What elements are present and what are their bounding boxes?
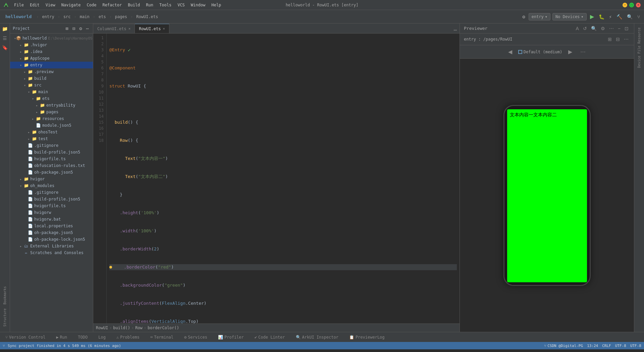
- previewer-settings-btn[interactable]: ⚙: [599, 25, 606, 32]
- bottom-tab-terminal[interactable]: ⌨ Terminal: [148, 334, 176, 341]
- tab-columnui-close[interactable]: ×: [128, 26, 131, 31]
- structure-icon[interactable]: ☰: [1, 34, 9, 42]
- status-branch[interactable]: ⑂ CSDN @Digital-PG: [544, 344, 583, 348]
- breadcrumb-rowui[interactable]: RowUI: [96, 326, 108, 330]
- tree-item-build-entry[interactable]: ▸ 📁 build: [10, 75, 93, 82]
- menu-item-build[interactable]: Build: [125, 2, 143, 8]
- previewer-more-btn[interactable]: ⋯: [608, 25, 615, 32]
- status-charset[interactable]: UTF-8: [615, 344, 626, 348]
- close-button[interactable]: ×: [636, 3, 641, 7]
- tree-item-entryability[interactable]: ▸ 📁 entryability: [10, 102, 93, 109]
- breadcrumb-build[interactable]: build(): [113, 326, 130, 330]
- breadcrumb-bordercolor[interactable]: borderColor(): [148, 326, 179, 330]
- tree-item-oh-package[interactable]: ▸ 📄 oh-package.json5: [10, 169, 93, 176]
- tree-item-build-profile2[interactable]: ▸ 📄 build-profile.json5: [10, 196, 93, 202]
- tree-item-build-profile[interactable]: ▸ 📄 build-profile.json5: [10, 149, 93, 156]
- code-content[interactable]: @Entry ✓ @Component struct RowUI { build…: [107, 34, 460, 324]
- toolbar-breadcrumb-src[interactable]: src: [62, 14, 72, 19]
- run-button[interactable]: ▶: [589, 13, 595, 20]
- menu-item-window[interactable]: Window: [188, 2, 208, 8]
- sidebar-settings-icon[interactable]: ⚙: [78, 24, 83, 33]
- menu-item-refactor[interactable]: Refactor: [100, 2, 124, 8]
- previewer-forward-btn[interactable]: ▶: [566, 47, 574, 56]
- menu-item-run[interactable]: Run: [143, 2, 156, 8]
- tree-item-entry[interactable]: ▾ 📁 entry: [10, 62, 93, 68]
- tree-item-gitignore2[interactable]: ▸ 📄 .gitignore: [10, 189, 93, 196]
- bottom-tab-services[interactable]: ⚙ Services: [181, 334, 210, 341]
- previewer-expand-btn[interactable]: ⊡: [623, 25, 630, 32]
- bottom-tab-previewer-log[interactable]: 📋 PreviewerLog: [346, 334, 387, 341]
- toolbar-breadcrumb-entry[interactable]: entry: [41, 14, 56, 19]
- bookmarks-icon[interactable]: 🔖: [1, 44, 9, 52]
- previewer-back-btn[interactable]: ◀: [506, 47, 514, 56]
- bottom-tab-code-linter[interactable]: ✔ Code Linter: [252, 334, 288, 341]
- menu-item-code[interactable]: Code: [84, 2, 99, 8]
- tree-item-external-libraries[interactable]: ▸ 🗂 External Libraries: [10, 243, 93, 249]
- minimize-button[interactable]: −: [623, 3, 627, 7]
- tree-item-ohostest[interactable]: ▸ 📁 ohosTest: [10, 129, 93, 135]
- tree-item-hvigorfile2[interactable]: ▸ 📄 hvigorfile.ts: [10, 202, 93, 209]
- debug-icon[interactable]: 🐛: [597, 13, 606, 21]
- tree-item-oh-package2[interactable]: ▸ 📄 oh-package.json5: [10, 229, 93, 236]
- tree-item-hvigor-root[interactable]: ▸ 📁 hvigor: [10, 176, 93, 182]
- bottom-tab-run[interactable]: ▶ Run: [53, 334, 70, 341]
- previewer-minimize-btn[interactable]: −: [616, 25, 622, 32]
- menu-item-file[interactable]: File: [11, 2, 26, 8]
- tree-item-main[interactable]: ▾ 📁 main: [10, 89, 93, 95]
- tree-item-local-properties[interactable]: ▸ 📄 local.properties: [10, 223, 93, 229]
- previewer-inspector-btn[interactable]: 🔍: [590, 25, 598, 32]
- menu-item-edit[interactable]: Edit: [27, 2, 42, 8]
- tree-item-pages[interactable]: ▸ 📁 pages: [10, 109, 93, 115]
- previewer-columns-icon[interactable]: ⊟: [614, 36, 621, 43]
- tree-item-hvigorfile[interactable]: ▸ 📄 hvigorfile.ts: [10, 156, 93, 162]
- toolbar-breadcrumb-main[interactable]: main: [78, 14, 91, 19]
- tree-item-ets[interactable]: ▾ 📁 ets: [10, 95, 93, 102]
- bottom-tab-todo[interactable]: TODO: [75, 334, 90, 341]
- menu-item-vcs[interactable]: VCS: [175, 2, 187, 8]
- sidebar-collapse-icon[interactable]: ⊟: [71, 24, 76, 33]
- tab-rowui[interactable]: RowUI.ets ×: [135, 24, 169, 33]
- menu-item-navigate[interactable]: Navigate: [59, 2, 84, 8]
- device-config-dropdown[interactable]: No Devices ▾: [552, 13, 586, 20]
- maximize-button[interactable]: □: [629, 3, 634, 7]
- tree-item-resources[interactable]: ▸ 📁 resources: [10, 115, 93, 122]
- toolbar-breadcrumb-pages[interactable]: pages: [114, 14, 128, 19]
- tree-item-scratches[interactable]: ▸ ✏ Scratches and Consoles: [10, 249, 93, 256]
- tree-item-oh-package-lock[interactable]: ▸ 📄 oh-package-lock.json5: [10, 236, 93, 243]
- toolbar-breadcrumb-ets[interactable]: ets: [97, 14, 107, 19]
- search-icon[interactable]: 🔍: [626, 13, 634, 21]
- tree-item-src[interactable]: ▾ 📁 src: [10, 82, 93, 89]
- tree-item-preview[interactable]: ▸ 📁 .preview: [10, 68, 93, 75]
- menu-item-view[interactable]: View: [43, 2, 58, 8]
- previewer-options-btn[interactable]: ⋯: [578, 47, 588, 56]
- tree-item-oh-modules[interactable]: ▾ 📁 oh_modules: [10, 182, 93, 189]
- tree-item-test[interactable]: ▸ 📁 test: [10, 135, 93, 142]
- build-icon[interactable]: 🔨: [615, 13, 624, 21]
- previewer-grid-icon[interactable]: ⊞: [606, 36, 613, 43]
- sidebar-gear-icon[interactable]: ⋯: [85, 24, 90, 33]
- tab-menu-button[interactable]: ⋯: [451, 27, 460, 33]
- profile-icon[interactable]: ⚡: [608, 13, 613, 21]
- menu-item-tools[interactable]: Tools: [157, 2, 174, 8]
- tree-item-obfuscation[interactable]: ▸ 📄 obfuscation-rules.txt: [10, 162, 93, 169]
- tree-item-hvigor[interactable]: ▸ 📁 .hvigor: [10, 42, 93, 48]
- tab-columnui[interactable]: ColumnUI.ets ×: [93, 24, 135, 33]
- tree-item-gitignore[interactable]: ▸ 📄 .gitignore: [10, 142, 93, 149]
- tree-item-hvigorw[interactable]: ▸ 📄 hvigorw: [10, 209, 93, 216]
- toolbar-project-name[interactable]: helloworld: [3, 14, 34, 19]
- settings-icon[interactable]: ⚙: [521, 13, 526, 21]
- bottom-tab-profiler[interactable]: 📊 Profiler: [215, 334, 247, 341]
- previewer-extra-icon[interactable]: ⋯: [623, 36, 630, 43]
- tab-rowui-close[interactable]: ×: [163, 26, 165, 31]
- tree-item-module-json5[interactable]: ▸ 📄 module.json5: [10, 122, 93, 129]
- previewer-font-size-btn[interactable]: A: [574, 25, 580, 32]
- toolbar-breadcrumb-file[interactable]: RowUI.ets: [135, 14, 159, 19]
- bottom-tab-log[interactable]: Log: [96, 334, 108, 341]
- status-crlf[interactable]: CRLF: [602, 344, 611, 348]
- bottom-tab-problems[interactable]: ⚠ Problems: [114, 334, 142, 341]
- tree-item-helloworld[interactable]: ▾ 📦 helloworld E:\Develop\HarmonyOS\v4.0…: [10, 35, 93, 42]
- bottom-tab-arkui-inspector[interactable]: 🔍 ArkUI Inspector: [293, 334, 341, 341]
- tree-item-hvigorw-bat[interactable]: ▸ 📄 hvigorw.bat: [10, 216, 93, 223]
- previewer-refresh-btn[interactable]: ↺: [582, 25, 588, 32]
- menu-item-help[interactable]: Help: [209, 2, 224, 8]
